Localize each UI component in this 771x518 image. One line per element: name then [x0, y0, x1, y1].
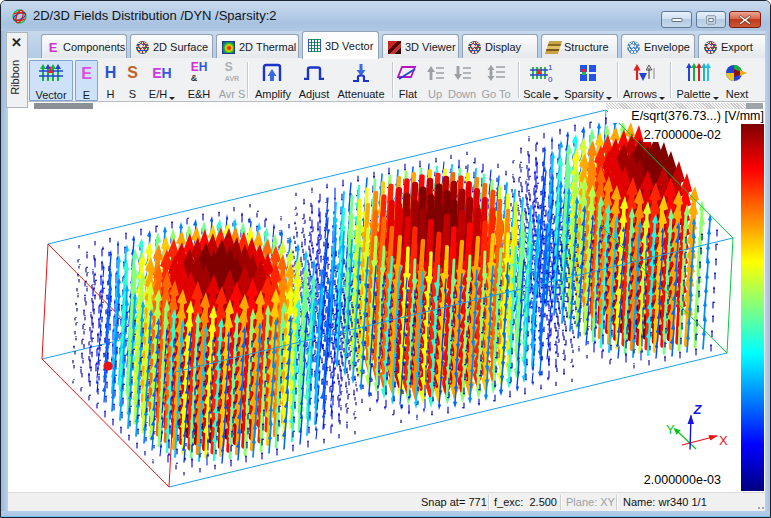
svg-text:0: 0	[548, 75, 553, 83]
svg-text:Z: Z	[693, 402, 703, 417]
svg-text:X: X	[719, 433, 728, 448]
svg-text:Y: Y	[666, 422, 675, 437]
svg-text:1: 1	[548, 63, 553, 72]
